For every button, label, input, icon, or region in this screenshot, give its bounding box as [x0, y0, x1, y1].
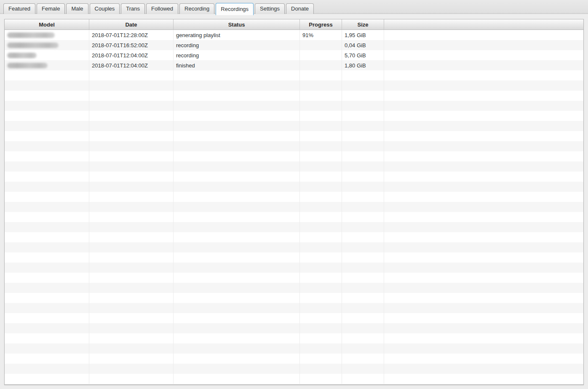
empty-cell — [384, 313, 583, 323]
empty-cell — [174, 121, 300, 131]
empty-cell — [342, 141, 384, 151]
empty-cell — [174, 141, 300, 151]
empty-table-row — [5, 212, 583, 222]
cell-blank — [384, 40, 583, 50]
tab-recordings[interactable]: Recordings — [216, 3, 254, 15]
cell-size: 5,70 GiB — [342, 50, 384, 60]
tab-trans[interactable]: Trans — [121, 3, 145, 14]
empty-cell — [384, 374, 583, 384]
empty-cell — [174, 222, 300, 232]
column-header-progress[interactable]: Progress — [300, 19, 342, 30]
empty-table-row — [5, 70, 583, 80]
empty-cell — [384, 80, 583, 91]
empty-cell — [89, 364, 174, 374]
empty-table-row — [5, 101, 583, 111]
empty-table-row — [5, 232, 583, 242]
empty-cell — [174, 131, 300, 141]
empty-cell — [89, 202, 174, 212]
cell-model — [5, 50, 89, 60]
column-header-date[interactable]: Date — [89, 19, 174, 30]
empty-cell — [342, 303, 384, 313]
empty-table-row — [5, 182, 583, 192]
empty-cell — [5, 111, 89, 121]
empty-cell — [89, 172, 174, 182]
cell-date: 2018-07-01T12:04:00Z — [89, 60, 174, 70]
tab-settings[interactable]: Settings — [255, 3, 285, 14]
empty-cell — [89, 242, 174, 252]
table-row[interactable]: 2018-07-01T12:28:00Zgenerating playlist9… — [5, 30, 583, 40]
empty-cell — [5, 232, 89, 242]
empty-cell — [384, 252, 583, 263]
column-header-size[interactable]: Size — [342, 19, 384, 30]
empty-cell — [89, 252, 174, 263]
empty-cell — [174, 303, 300, 313]
empty-cell — [174, 364, 300, 374]
empty-cell — [89, 303, 174, 313]
empty-cell — [384, 222, 583, 232]
empty-cell — [342, 111, 384, 121]
empty-cell — [342, 283, 384, 293]
tab-female[interactable]: Female — [37, 3, 65, 14]
empty-cell — [342, 374, 384, 384]
empty-table-row — [5, 374, 583, 384]
empty-cell — [384, 182, 583, 192]
empty-table-row — [5, 323, 583, 333]
empty-cell — [174, 323, 300, 333]
empty-cell — [342, 121, 384, 131]
empty-cell — [89, 141, 174, 151]
tab-recording[interactable]: Recording — [179, 3, 214, 14]
empty-table-row — [5, 354, 583, 364]
empty-cell — [300, 343, 342, 354]
empty-cell — [300, 263, 342, 273]
empty-table-row — [5, 91, 583, 101]
column-header-status[interactable]: Status — [174, 19, 300, 30]
cell-blank — [384, 50, 583, 60]
column-header-model[interactable]: Model — [5, 19, 89, 30]
empty-cell — [300, 80, 342, 91]
empty-cell — [174, 70, 300, 80]
cell-blank — [384, 60, 583, 70]
empty-cell — [5, 161, 89, 172]
empty-cell — [384, 263, 583, 273]
cell-status: finished — [174, 60, 300, 70]
empty-cell — [300, 131, 342, 141]
empty-cell — [5, 343, 89, 354]
empty-cell — [5, 374, 89, 384]
empty-cell — [89, 131, 174, 141]
empty-cell — [384, 212, 583, 222]
empty-cell — [384, 364, 583, 374]
empty-cell — [300, 333, 342, 343]
tab-couples[interactable]: Couples — [90, 3, 120, 14]
empty-cell — [342, 333, 384, 343]
cell-status: recording — [174, 50, 300, 60]
table-row[interactable]: 2018-07-01T12:04:00Zrecording5,70 GiB — [5, 50, 583, 60]
empty-table-row — [5, 343, 583, 354]
empty-cell — [384, 91, 583, 101]
empty-table-row — [5, 293, 583, 303]
cell-model — [5, 40, 89, 50]
empty-cell — [342, 151, 384, 161]
empty-table-row — [5, 131, 583, 141]
empty-cell — [89, 212, 174, 222]
empty-cell — [89, 101, 174, 111]
empty-table-row — [5, 263, 583, 273]
tab-male[interactable]: Male — [66, 3, 88, 14]
table-row[interactable]: 2018-07-01T16:52:00Zrecording0,04 GiB — [5, 40, 583, 50]
empty-cell — [89, 111, 174, 121]
cell-progress — [300, 40, 342, 50]
empty-table-row — [5, 364, 583, 374]
empty-cell — [5, 121, 89, 131]
empty-cell — [300, 151, 342, 161]
table-row[interactable]: 2018-07-01T12:04:00Zfinished1,80 GiB — [5, 60, 583, 70]
tab-followed[interactable]: Followed — [146, 3, 178, 14]
empty-cell — [300, 364, 342, 374]
empty-cell — [174, 293, 300, 303]
cell-progress: 91% — [300, 30, 342, 40]
empty-cell — [300, 121, 342, 131]
tab-featured[interactable]: Featured — [3, 3, 35, 14]
cell-progress — [300, 60, 342, 70]
empty-cell — [174, 101, 300, 111]
tab-donate[interactable]: Donate — [286, 3, 314, 14]
column-header-blank[interactable] — [384, 19, 583, 30]
empty-cell — [384, 111, 583, 121]
